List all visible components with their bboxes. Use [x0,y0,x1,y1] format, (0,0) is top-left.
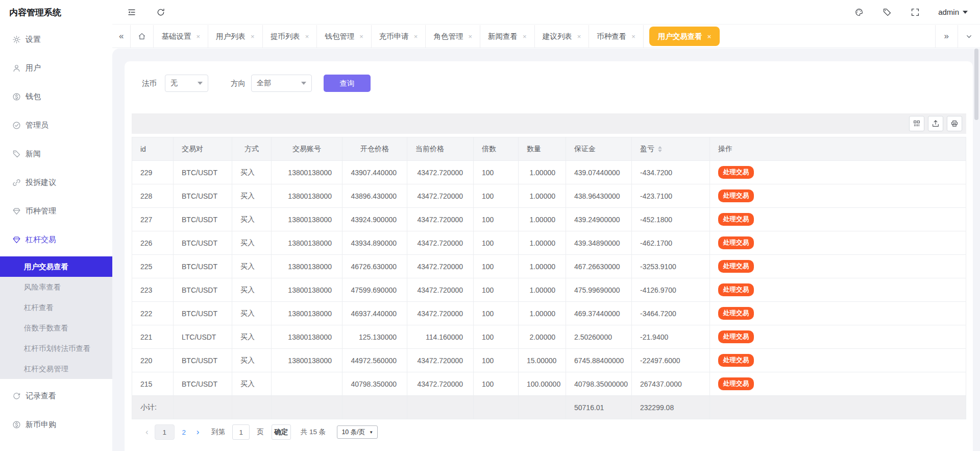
cell-side: 买入 [232,349,272,372]
next-page-icon[interactable]: › [192,427,204,437]
sidebar-item[interactable]: 用户 [0,54,112,82]
direction-select[interactable]: 全部 [251,75,312,92]
username: admin [938,8,959,16]
goto-page-input[interactable] [232,424,250,440]
tabs-scroll-left-icon[interactable]: « [112,25,131,48]
page-button[interactable]: 2 [178,424,190,440]
cell-current-price: 43472.720000 [407,231,474,255]
columns-button[interactable] [909,116,924,131]
cell-leverage: 100 [474,278,519,302]
sidebar-item[interactable]: 币种管理 [0,197,112,225]
tab[interactable]: 建议列表 × [535,25,590,48]
column-header[interactable]: 方式 [232,137,272,161]
column-header[interactable]: 当前价格 [407,137,474,161]
user-menu[interactable]: admin [938,8,968,16]
tab-close-icon[interactable]: × [414,33,418,40]
sidebar-subitem[interactable]: 倍数手数查看 [0,318,112,338]
column-header[interactable]: 开仓价格 [342,137,407,161]
sidebar-item[interactable]: 管理员 [0,111,112,139]
scrollbar-thumb[interactable] [974,49,978,120]
handle-trade-button[interactable]: 处理交易 [718,330,754,343]
handle-trade-button[interactable]: 处理交易 [718,377,754,390]
column-header[interactable]: id [132,137,174,161]
collapse-sidebar-icon[interactable] [127,8,136,17]
sidebar-subitem[interactable]: 杠杆币划转法币查看 [0,338,112,359]
page-button[interactable]: 1 [155,424,175,440]
tab[interactable]: 钱包管理 × [317,25,372,48]
tab-close-icon[interactable]: × [468,33,472,40]
cell-current-price: 114.160000 [407,325,474,349]
handle-trade-button[interactable]: 处理交易 [718,189,754,202]
table-row: 225 BTC/USDT 买入 13800138000 46726.630000… [132,255,966,278]
sidebar-subitem[interactable]: 用户交易查看 [0,256,112,277]
tab-close-icon[interactable]: × [305,33,309,40]
sidebar-subitem[interactable]: 杠杆交易管理 [0,359,112,379]
handle-trade-button[interactable]: 处理交易 [718,260,754,273]
tab[interactable]: 角色管理 × [426,25,480,48]
page-size-select[interactable]: 10 条/页 ▼ [337,425,378,439]
handle-trade-button[interactable]: 处理交易 [718,283,754,296]
confirm-page-button[interactable]: 确定 [272,424,291,440]
tab-close-icon[interactable]: × [577,33,581,40]
tab[interactable]: 提币列表 × [263,25,317,48]
handle-trade-button[interactable]: 处理交易 [718,354,754,367]
direction-select-value: 全部 [257,79,271,88]
column-header[interactable]: 保证金 [566,137,632,161]
sidebar-item[interactable]: 设置 [0,25,112,54]
table-row: 222 BTC/USDT 买入 13800138000 46937.440000… [132,302,966,325]
export-button[interactable] [928,116,943,131]
sidebar-item[interactable]: 记录查看 [0,382,112,410]
cell-actions: 处理交易 [710,302,966,325]
tab-close-icon[interactable]: × [196,33,200,40]
column-header[interactable]: 数量 [519,137,566,161]
tab[interactable]: 基础设置 × [154,25,208,48]
column-header[interactable]: 交易账号 [272,137,342,161]
tab-active[interactable]: 用户交易查看 × [649,27,720,46]
sidebar-item-label: 杠杆交易 [26,235,56,245]
column-header[interactable]: 操作 [710,137,966,161]
handle-trade-button[interactable]: 处理交易 [718,213,754,226]
tab-bar-controls: » [935,25,980,48]
print-button[interactable] [947,116,962,131]
tag-icon[interactable] [883,8,892,17]
sidebar-subitem-label: 用户交易查看 [24,263,68,271]
sidebar-subitem[interactable]: 杠杆查看 [0,297,112,318]
gem-icon [12,235,21,244]
tab[interactable]: 新闻查看 × [480,25,535,48]
sidebar-item-label: 记录查看 [26,391,56,401]
fiat-select[interactable]: 无 [165,75,208,92]
fullscreen-icon[interactable] [911,8,920,17]
column-header[interactable]: 盈亏 [632,137,710,161]
cell-id: 228 [132,184,174,208]
tab-close-icon[interactable]: × [707,33,712,40]
tab[interactable]: 充币申请 × [372,25,426,48]
tab[interactable]: 币种查看 × [589,25,644,48]
sidebar-subitem[interactable]: 风险率查看 [0,277,112,297]
sidebar-item[interactable]: 新币申购 [0,410,112,439]
sidebar-item[interactable]: 钱包 [0,82,112,111]
sort-icon[interactable] [658,146,662,152]
prev-page-icon[interactable]: ‹ [141,427,153,437]
tab-close-icon[interactable]: × [359,33,363,40]
sidebar-item[interactable]: 投拆建议 [0,168,112,197]
cell-pnl: -22497.6000 [632,349,710,372]
theme-palette-icon[interactable] [854,8,864,17]
sidebar-item[interactable]: 新闻 [0,139,112,168]
tab-close-icon[interactable]: × [251,33,255,40]
handle-trade-button[interactable]: 处理交易 [718,236,754,249]
column-header[interactable]: 倍数 [474,137,519,161]
tab-close-icon[interactable]: × [631,33,635,40]
tabs-scroll-right-icon[interactable]: » [935,25,958,48]
sidebar-item[interactable]: 杠杆交易 [0,225,112,254]
column-header[interactable]: 交易对 [174,137,232,161]
tabs-menu-icon[interactable] [958,25,980,48]
sidebar-item-label: 钱包 [26,92,41,102]
search-button[interactable]: 查询 [324,75,371,92]
tab[interactable]: 用户列表 × [208,25,263,48]
handle-trade-button[interactable]: 处理交易 [718,166,754,179]
refresh-icon[interactable] [156,8,165,17]
tab-close-icon[interactable]: × [523,33,527,40]
cell-quantity: 100.00000 [519,372,566,396]
home-tab[interactable] [131,25,154,48]
handle-trade-button[interactable]: 处理交易 [718,307,754,320]
